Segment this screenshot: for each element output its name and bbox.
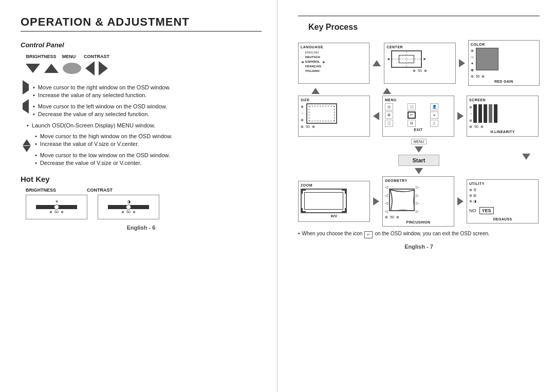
left-arrow-icon [23,103,29,109]
arrow-center-color [459,59,465,67]
bullet-down-text1: •Move cursor to the low window on the OS… [35,152,170,159]
size-inner-dashed [309,106,335,121]
zoom-osd-box: ZOOM H/V [298,181,370,222]
lang-espanol: ESPAÑOL [305,60,321,64]
osd-row-3: ZOOM H/V GEOMETRY ◁ ◁ ◁ ◁ [298,176,540,227]
menu-icon-9: ⤴ [430,120,438,127]
bullet-up-text1: •Move cursor to the high window on the O… [35,133,172,140]
screen-lines-group: ⊕→⊕ [469,104,497,124]
menu-icon-2: ⬜ [408,103,416,110]
screen-line-4 [489,104,492,123]
lang-francais: FRANÇAIS [305,64,321,69]
util-yes-no-row: NO YES [469,207,536,214]
menu-icon-7: ⬜ [385,120,393,127]
geo-right-shapes: ▷▷▷▷ [416,184,419,215]
screen-left-icons: ⊕→⊕ [469,104,473,124]
size-screen [306,103,337,124]
zoom-inner [304,192,343,210]
center-osd-title: CENTER [386,45,453,49]
geometry-content: ◁ ◁ ◁ ◁ ▷▷▷▷ [385,184,452,215]
left-page: OPERATION & ADJUSTMENT Control Panel BRI… [0,0,278,392]
lang-deutsch: DEUTSCH [305,55,321,60]
osd-row-1: LANGUAGE ◄ ENGLISH DEUTSCH ESPAÑOL FRANÇ… [298,40,540,86]
brightness-down-button[interactable] [26,64,40,73]
center-value: 50 [418,69,422,73]
screen-lines-row: ⊕→⊕ [469,103,536,125]
geometry-osd-title: GEOMETRY [385,179,452,182]
geo-left-shapes: ◁ ◁ ◁ ◁ [385,184,388,215]
control-panel-title: Control Panel [21,41,262,49]
menu-osd-box: MENU ◎ ⬜ 👤 ⊞ ↵ ≡ ⬜ ⊟ ⤴ EXIT [382,96,454,137]
arrow-menu-screen [457,112,464,120]
down-arrow-icon [23,152,31,158]
center-screen-box [391,50,422,68]
size-content: ⊕→⊕ [301,103,367,124]
bullet-left: •Move cursor to the left window on the O… [21,103,262,119]
center-osd-box: CENTER ◄ ► ⊕ 50 ⊕ [384,43,455,84]
left-arrow-icon [373,112,379,120]
down-arrow-icon-2 [415,168,423,174]
menu-icon-8: ⊟ [408,120,416,127]
geometry-osd-box: GEOMETRY ◁ ◁ ◁ ◁ ▷▷▷▷ [382,176,454,227]
brightness-hot-key-box: ☀ ⊕50⊕ [26,195,87,219]
util-no-label: NO [469,208,476,213]
screen-sub-label: H.LINEARITY [469,130,536,134]
bullet-dot-footnote: • [298,231,300,236]
center-right-arrow: ⊕ [424,69,427,73]
menu-icon-6: ≡ [430,111,438,119]
bullet-down-text2: •Decrease the value of V.size or V.cente… [35,159,170,167]
bullet-right-text1: •Move cursor to the right window on the … [33,84,171,91]
page-number-right: English - 7 [298,244,540,250]
bullet-up-text2: •Increase the value of V.size or V.cente… [35,140,172,148]
contrast-label: CONTRAST [81,54,112,59]
up-arrow-lang [311,88,320,94]
down-arrow-icon-3 [522,154,530,160]
footnote-text-part1: When you choose the icon [302,231,363,236]
menu-icon-4: ⊞ [385,111,393,119]
start-button[interactable]: Start [398,155,439,166]
right-spacer [458,154,530,160]
bullet-left-text1: •Move cursor to the left window on the O… [33,103,167,110]
zoom-screen [301,189,347,213]
hot-key-section: Hot Key BRIGHTNESS CONTRAST ☀ ⊕50⊕ [21,175,262,219]
utility-osd-box: UTILITY ⊕ ☰⊕ ⊞⊕ ◑ NO YES DEGAUSS [467,179,539,224]
arrow-geo-util [457,197,464,206]
screen-line-3 [484,104,487,123]
size-left-icons: ⊕→⊕ [301,104,304,123]
arrow-lang-center [373,60,381,66]
menu-osd-title: MENU [385,98,452,102]
contrast-right-button[interactable] [99,61,108,76]
screen-osd-box: SCREEN ⊕→⊕ ⊕50⊕ H.L [467,96,539,137]
down-arrow-icon [415,146,423,153]
osd-row-2: SIZE ⊕→⊕ ⊕50⊕ MENU ◎ ⬜ 👤 [298,96,540,137]
bullet-menu-text1: •Launch OSD(On-Screen Display) MENU wind… [27,122,155,129]
crosshair-v [406,51,407,67]
menu-icon-enter: ↵ [408,111,416,119]
footnote: • When you choose the icon ↵ on the OSD … [298,231,540,238]
center-left-arrow: ⊕ [413,69,416,73]
geometry-sub-label: PINCUSHION [385,220,452,224]
menu-icons-grid: ◎ ⬜ 👤 ⊞ ↵ ≡ ⬜ ⊟ ⤴ [385,103,452,127]
hk-contrast-label: CONTRAST [87,188,113,193]
bullet-up: •Move cursor to the high window on the O… [21,133,262,148]
brightness-up-button[interactable] [44,64,59,73]
zoom-sub-label: H/V [301,214,367,218]
language-osd-box: LANGUAGE ◄ ENGLISH DEUTSCH ESPAÑOL FRANÇ… [298,43,369,84]
color-swatch [476,48,498,70]
page-title: OPERATION & ADJUSTMENT [21,15,262,32]
screen-line-2 [478,104,482,123]
screen-vertical-lines [473,104,497,124]
control-buttons-row [26,61,262,76]
color-icons: ⊗☉✦✤ [471,48,474,73]
geo-screen [389,189,415,211]
menu-button[interactable] [63,63,81,74]
hot-key-title: Hot Key [21,175,262,183]
up-arrow-icon [23,133,31,139]
right-arrow-icon [459,59,465,67]
pincushion-svg [390,190,415,211]
contrast-left-button[interactable] [85,61,95,76]
right-arrow-icon [23,84,29,90]
footnote-exit-icon: ↵ [364,231,373,238]
menu-icon-3: 👤 [430,103,438,110]
size-value-row: ⊕50⊕ [301,125,367,129]
